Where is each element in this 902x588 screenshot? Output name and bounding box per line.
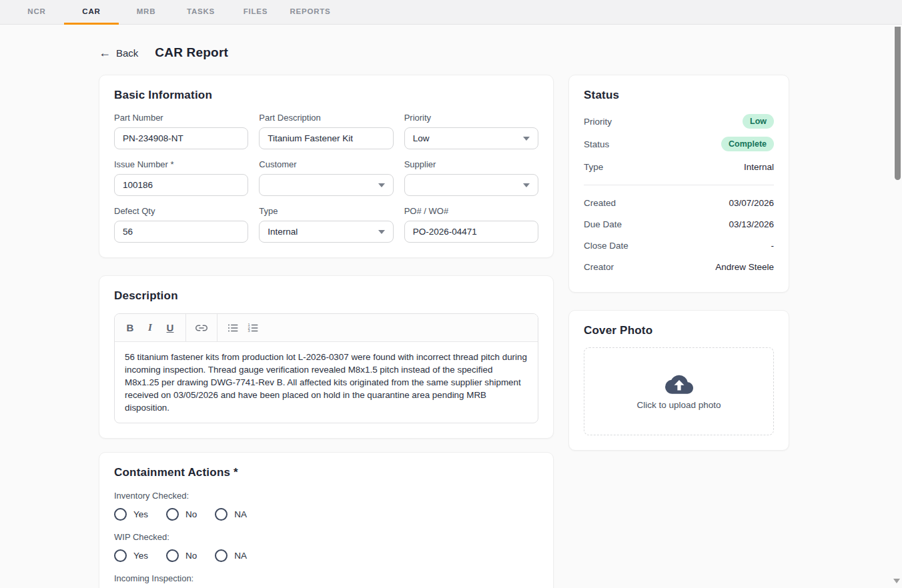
chevron-down-icon — [378, 230, 385, 234]
containment-actions-title: Containment Actions * — [114, 466, 538, 479]
created-row-label: Created — [584, 198, 616, 208]
back-button[interactable]: ← Back — [99, 47, 138, 59]
priority-select[interactable]: Low — [404, 127, 538, 149]
field-supplier: Supplier — [404, 159, 538, 196]
creator-row-value: Andrew Steele — [715, 262, 774, 272]
inventory-no-radio[interactable]: No — [166, 508, 197, 521]
description-title: Description — [114, 289, 538, 303]
numbered-list-icon: 1 2 3 — [247, 322, 259, 334]
numbered-list-button[interactable]: 1 2 3 — [243, 318, 263, 338]
status-row-created: Created 03/07/2026 — [584, 192, 774, 213]
field-part-number: Part Number PN-234908-NT — [114, 113, 248, 149]
creator-row-label: Creator — [584, 262, 614, 272]
basic-information-card: Basic Information Part Number PN-234908-… — [99, 75, 554, 258]
tab-mrb[interactable]: MRB — [119, 0, 173, 24]
issue-number-value: 100186 — [123, 180, 153, 190]
scrollbar-down-arrow-icon[interactable] — [893, 579, 900, 583]
top-tab-bar: NCR CAR MRB TASKS FILES REPORTS — [0, 0, 902, 25]
radio-label-no: No — [185, 551, 197, 561]
question-inventory-checked: Inventory Checked: Yes No NA — [114, 491, 538, 521]
status-card-title: Status — [584, 89, 774, 102]
photo-upload-dropzone[interactable]: Click to upload photo — [584, 347, 774, 435]
bold-button[interactable]: B — [120, 318, 140, 338]
cover-photo-card: Cover Photo Click to upload photo — [568, 310, 789, 451]
customer-select[interactable] — [259, 174, 393, 196]
field-po-wo: PO# / WO# PO-2026-04471 — [404, 206, 538, 243]
editor-toolbar: B I U — [115, 314, 538, 342]
scrollbar-thumb[interactable] — [895, 27, 901, 180]
status-row-due-date: Due Date 03/13/2026 — [584, 213, 774, 235]
page-title: CAR Report — [155, 45, 228, 60]
status-row-creator: Creator Andrew Steele — [584, 256, 774, 277]
underline-button[interactable]: U — [160, 318, 180, 338]
chevron-down-icon — [523, 137, 530, 141]
italic-button[interactable]: I — [140, 318, 160, 338]
description-text-area[interactable]: 56 titanium fastener kits from productio… — [115, 342, 538, 423]
part-description-input[interactable]: Titanium Fastener Kit — [259, 127, 393, 149]
description-card: Description B I U — [99, 275, 554, 439]
created-row-value: 03/07/2026 — [729, 198, 774, 208]
radio-label-no: No — [185, 509, 197, 519]
wip-no-radio[interactable]: No — [166, 549, 197, 562]
radio-label-na: NA — [234, 551, 247, 561]
page-header: ← Back CAR Report — [99, 45, 228, 60]
wip-na-radio[interactable]: NA — [215, 549, 247, 562]
po-wo-input[interactable]: PO-2026-04471 — [404, 221, 538, 243]
link-button[interactable] — [191, 318, 211, 338]
tab-files[interactable]: FILES — [228, 0, 283, 24]
cover-photo-title: Cover Photo — [584, 324, 774, 337]
wip-yes-radio[interactable]: Yes — [114, 549, 148, 562]
tab-car[interactable]: CAR — [64, 0, 119, 24]
back-label: Back — [116, 47, 138, 59]
tab-ncr[interactable]: NCR — [9, 0, 64, 24]
radio-icon — [166, 508, 179, 521]
wip-checked-label: WIP Checked: — [114, 532, 538, 542]
radio-label-na: NA — [234, 509, 247, 519]
customer-label: Customer — [259, 159, 393, 169]
link-icon — [195, 322, 207, 334]
inventory-checked-label: Inventory Checked: — [114, 491, 538, 501]
radio-icon — [215, 508, 228, 521]
part-description-value: Titanium Fastener Kit — [268, 133, 353, 143]
type-row-label: Type — [584, 162, 603, 172]
page-content: ← Back CAR Report Basic Information Part… — [0, 25, 902, 588]
radio-label-yes: Yes — [133, 509, 148, 519]
tab-tasks[interactable]: TASKS — [173, 0, 228, 24]
svg-text:3: 3 — [248, 329, 250, 333]
upload-photo-label: Click to upload photo — [636, 400, 721, 410]
defect-qty-input[interactable]: 56 — [114, 221, 248, 243]
part-description-label: Part Description — [259, 113, 393, 123]
radio-icon — [215, 549, 228, 562]
chevron-down-icon — [378, 183, 385, 187]
bullet-list-button[interactable] — [223, 318, 243, 338]
type-label: Type — [259, 206, 393, 216]
part-number-input[interactable]: PN-234908-NT — [114, 127, 248, 149]
question-incoming-inspection: Incoming Inspection: Yes No NA — [114, 573, 538, 588]
tab-reports[interactable]: REPORTS — [283, 0, 338, 24]
priority-label: Priority — [404, 113, 538, 123]
supplier-select[interactable] — [404, 174, 538, 196]
defect-qty-value: 56 — [123, 227, 133, 237]
radio-icon — [114, 549, 127, 562]
defect-qty-label: Defect Qty — [114, 206, 248, 216]
due-date-row-value: 03/13/2026 — [729, 219, 774, 229]
status-row-label: Status — [584, 139, 609, 149]
rich-text-editor: B I U — [114, 313, 538, 423]
close-date-row-label: Close Date — [584, 241, 628, 251]
tab-car-label: CAR — [82, 7, 100, 15]
cloud-upload-icon — [665, 373, 693, 394]
field-issue-number: Issue Number * 100186 — [114, 159, 248, 196]
issue-number-input[interactable]: 100186 — [114, 174, 248, 196]
active-tab-underline — [64, 23, 119, 25]
type-select[interactable]: Internal — [259, 221, 393, 243]
priority-row-label: Priority — [584, 117, 612, 127]
supplier-label: Supplier — [404, 159, 538, 169]
close-date-row-value: - — [771, 241, 775, 251]
vertical-scrollbar[interactable] — [893, 25, 902, 588]
radio-icon — [166, 549, 179, 562]
status-row-priority: Priority Low — [584, 110, 774, 133]
inventory-yes-radio[interactable]: Yes — [114, 508, 148, 521]
priority-value: Low — [413, 133, 430, 143]
containment-actions-card: Containment Actions * Inventory Checked:… — [99, 452, 554, 588]
inventory-na-radio[interactable]: NA — [215, 508, 247, 521]
